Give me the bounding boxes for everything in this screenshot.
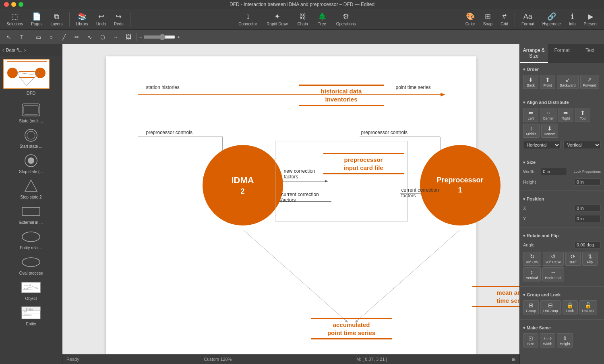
align-bottom-button[interactable]: ⬇ Bottom [541,124,558,138]
make-same-size-button[interactable]: ⊡ Size [523,333,538,347]
angle-input[interactable] [575,241,601,248]
select-tool[interactable]: ↖ [3,31,14,43]
canvas-scroll[interactable]: station histories point time series hist… [62,44,519,354]
close-button[interactable] [4,2,9,7]
shape-object[interactable]: cloud Object [2,278,60,303]
window-controls[interactable] [4,2,23,7]
rotate-90ccw-button[interactable]: ↺ 90° CCW [543,252,564,266]
shape-stop-state-1-label: Stop state (... [19,170,43,174]
shape-oval-process[interactable]: Oval process [2,252,60,278]
layers-button[interactable]: ⧉ Layers [48,11,66,28]
tab-arrange-size[interactable]: Arrange & Size [520,44,548,63]
zoom-slider[interactable] [143,34,176,40]
idma-circle[interactable]: IDMA 2 [203,145,283,225]
rotate-90cw-button[interactable]: ↻ 90° CW [523,252,541,266]
format-button[interactable]: Aa Format [518,11,538,28]
datastore-mean-areal[interactable]: mean arealtime series [472,286,520,307]
present-button[interactable]: ▶ Present [581,10,601,28]
shape-entity-rel[interactable]: Entity rela ... [2,227,60,252]
solutions-button[interactable]: ⬚ Solutions [3,10,26,28]
y-input[interactable] [575,215,601,222]
scroll-controls[interactable]: ⊞ [512,357,515,362]
idma-name: IDMA [231,175,254,186]
tab-format[interactable]: Format [548,44,576,63]
svg-text:cloud: cloud [24,284,31,287]
align-left-button[interactable]: ⬅ Left [523,108,538,122]
flip-horizontal-button[interactable]: ↔ Horizontal [542,267,565,281]
forward-button[interactable]: ↗ Forward [580,75,599,89]
pages-button[interactable]: 📄 Pages [28,10,46,28]
rotate-section-title[interactable]: Rotate and Flip [523,231,601,240]
datastore-historical[interactable]: historical datainventories [299,85,384,106]
text-tool[interactable]: T [16,31,27,43]
pencil-tool[interactable]: ✏ [71,31,83,43]
zoom-plus[interactable]: + [177,35,180,39]
align-center-button[interactable]: ↔ Center [540,108,556,122]
unlock-button[interactable]: 🔓 UnLock [579,300,598,314]
redo-button[interactable]: ↪ Redo [111,10,127,28]
make-same-height-button[interactable]: ⇳ Height [557,333,573,347]
order-section-title[interactable]: Order [523,64,601,73]
front-button[interactable]: ⬆ Front [540,75,555,89]
circle-tool[interactable]: ○ [46,31,57,43]
tree-button[interactable]: 🌲 Tree [314,10,330,28]
rapid-draw-button[interactable]: ✦ Rapid Draw [263,10,291,28]
align-section-title[interactable]: Align and Distribute [523,97,601,106]
info-button[interactable]: ℹ Info [566,10,579,28]
group-section-title[interactable]: Group and Lock [523,290,601,299]
lock-button[interactable]: 🔒 Lock [563,300,578,314]
make-same-width-button[interactable]: ⟺ Width [540,333,555,347]
line-tool[interactable]: ╱ [58,31,70,43]
maximize-button[interactable] [19,2,23,7]
undo-button[interactable]: ↩ Undo [93,10,109,28]
align-middle-button[interactable]: ↕ Middle [523,124,540,138]
group-button[interactable]: ⊞ Group [523,300,539,314]
operations-button[interactable]: ⚙ Operations [333,10,359,28]
shape-start-state[interactable]: Start state ... [2,126,60,151]
shape-stop-state-2[interactable]: Stop state 2 [2,176,60,202]
width-input[interactable] [541,168,567,175]
backward-button[interactable]: ↙ Backward [557,75,579,89]
vertical-select[interactable]: Vertical [563,141,601,149]
back-button[interactable]: ⬇ Back [523,75,538,89]
zoom-minus[interactable]: − [139,35,142,39]
page-nav-forward[interactable]: › [24,47,26,53]
align-top-button[interactable]: ⬆ Top [575,108,590,122]
tab-text[interactable]: Text [576,44,604,63]
polygon-tool[interactable]: ⬡ [97,31,108,43]
x-input[interactable] [575,205,601,212]
lock-proportions-label: Lock Proportions [573,170,601,174]
x-label: X [523,206,526,211]
size-section-title[interactable]: Size [523,157,601,166]
preprocessor-circle[interactable]: Preprocessor 1 [420,145,501,225]
rotate-180-button[interactable]: ⟳ 180° [565,252,581,266]
grid-button[interactable]: # Grid [497,11,511,28]
snap-button[interactable]: ⊞ Snap [480,10,496,28]
diagram[interactable]: station histories point time series hist… [106,56,476,354]
hypernote-button[interactable]: 🔗 Hypernote [539,10,564,28]
horizontal-select[interactable]: Horizontal [523,141,561,149]
page-nav-back[interactable]: ‹ [2,47,4,53]
arrow-tool[interactable]: → [110,31,121,43]
shape-entity[interactable]: Entity Text Location Entity [2,303,60,329]
ungroup-button[interactable]: ⊟ UnGroup [540,300,561,314]
height-input[interactable] [575,178,601,186]
flip-button[interactable]: ⇅ Flip [582,252,598,266]
datastore-accumulated[interactable]: accumulatedpoint time series [311,318,392,339]
chain-button[interactable]: ⛓ Chain [294,11,311,28]
position-section-title[interactable]: Position [523,194,601,203]
library-button[interactable]: 📚 Library [73,10,92,28]
minimize-button[interactable] [11,2,16,7]
image-tool[interactable]: 🖼 [123,31,134,43]
rect-tool[interactable]: ▭ [33,31,44,43]
page-thumbnail[interactable] [3,59,50,89]
shape-state-multi[interactable]: State (mult ... [2,100,60,126]
make-same-section-title[interactable]: Make Same [523,323,601,332]
flip-vertical-button[interactable]: ↕ Vertical [523,267,541,281]
connector-button[interactable]: ⤵ Connector [235,11,260,28]
color-button[interactable]: 🎨 Color [462,10,478,28]
bezier-tool[interactable]: ∿ [84,31,95,43]
align-right-button[interactable]: ➡ Right [558,108,573,122]
shape-external-in[interactable]: External in ... [2,202,60,227]
shape-stop-state-1[interactable]: Stop state (... [2,151,60,176]
